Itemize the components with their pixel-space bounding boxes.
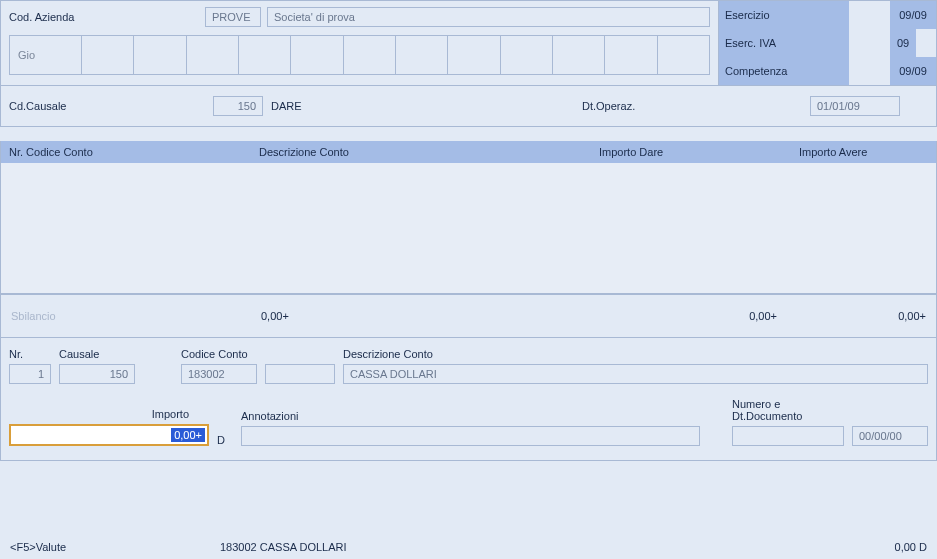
- importo-input[interactable]: 0,00+: [9, 424, 209, 446]
- table-header: Nr. Codice Conto Descrizione Conto Impor…: [1, 141, 936, 163]
- gio-cell[interactable]: [396, 36, 448, 74]
- cd-causale-label: Cd.Causale: [9, 100, 205, 112]
- company-desc-input[interactable]: Societa' di prova: [267, 7, 710, 27]
- gio-cell[interactable]: [134, 36, 186, 74]
- codice-conto-sub-input[interactable]: [265, 364, 335, 384]
- descrizione-conto-input[interactable]: CASSA DOLLARI: [343, 364, 928, 384]
- dt-operaz-label: Dt.Operaz.: [582, 100, 802, 112]
- gio-cell[interactable]: [501, 36, 553, 74]
- gio-cell[interactable]: [605, 36, 657, 74]
- nr-input[interactable]: 1: [9, 364, 51, 384]
- dt-operaz-input[interactable]: 01/01/09: [810, 96, 900, 116]
- sbilancio-v3: 0,00+: [801, 310, 926, 322]
- numdoc-date-input[interactable]: 00/00/00: [852, 426, 928, 446]
- eserc-iva-label: Eserc. IVA: [719, 29, 849, 57]
- gio-cell[interactable]: [448, 36, 500, 74]
- gio-label-cell: Gio: [10, 36, 82, 74]
- codice-conto-input[interactable]: 183002: [181, 364, 257, 384]
- sbilancio-v2: 0,00+: [601, 310, 801, 322]
- annotazioni-input[interactable]: [241, 426, 700, 446]
- d-flag: D: [217, 434, 233, 446]
- gio-cell[interactable]: [239, 36, 291, 74]
- sbilancio-v1: 0,00+: [261, 310, 601, 322]
- competenza-label: Competenza: [719, 57, 849, 85]
- causale-label: Causale: [59, 348, 135, 360]
- cd-causale-desc: DARE: [271, 100, 341, 112]
- numdoc-label: Numero e Dt.Documento: [732, 398, 844, 422]
- numdoc-num-input[interactable]: [732, 426, 844, 446]
- gio-cell[interactable]: [187, 36, 239, 74]
- footer-hint: <F5>Valute: [10, 541, 220, 553]
- gio-cell[interactable]: [553, 36, 605, 74]
- col-descrizione: Descrizione Conto: [251, 146, 591, 158]
- cod-azienda-input[interactable]: PROVE: [205, 7, 261, 27]
- eserc-iva-value: 09: [890, 29, 916, 57]
- sbilancio-label: Sbilancio: [11, 310, 261, 322]
- annotazioni-label: Annotazioni: [241, 410, 700, 422]
- col-importo-dare: Importo Dare: [591, 146, 791, 158]
- cod-azienda-label: Cod. Azienda: [9, 11, 199, 23]
- importo-label: Importo: [152, 408, 189, 420]
- cd-causale-input[interactable]: 150: [213, 96, 263, 116]
- esercizio-label: Esercizio: [719, 1, 849, 29]
- footer-center: 183002 CASSA DOLLARI: [220, 541, 895, 553]
- col-nr-codice: Nr. Codice Conto: [1, 146, 251, 158]
- table-body[interactable]: [1, 163, 936, 293]
- gio-cell[interactable]: [82, 36, 134, 74]
- gio-cell[interactable]: [291, 36, 343, 74]
- footer-right: 0,00 D: [895, 541, 927, 553]
- competenza-value: 09/09: [890, 57, 936, 85]
- gio-cell[interactable]: [344, 36, 396, 74]
- nr-label: Nr.: [9, 348, 51, 360]
- codice-conto-label: Codice Conto: [181, 348, 257, 360]
- col-importo-avere: Importo Avere: [791, 146, 936, 158]
- descrizione-conto-label: Descrizione Conto: [343, 348, 928, 360]
- causale-input[interactable]: 150: [59, 364, 135, 384]
- esercizio-value: 09/09: [890, 1, 936, 29]
- gio-cell[interactable]: [658, 36, 709, 74]
